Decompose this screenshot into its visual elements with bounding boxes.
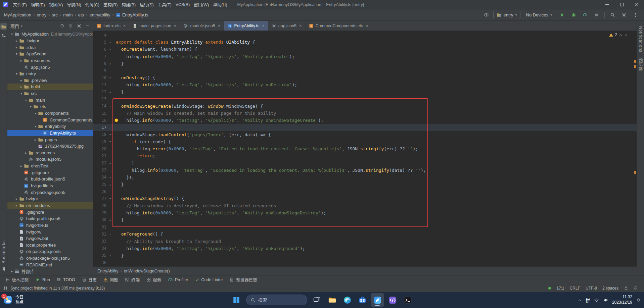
gutter-line-number[interactable]: 26: [93, 189, 107, 194]
chevron-down-icon[interactable]: ▾: [28, 105, 33, 108]
tab-close-icon[interactable]: ×: [262, 23, 265, 28]
code-line[interactable]: 12▴ }: [93, 89, 637, 96]
file-encoding-selector[interactable]: UTF-8: [586, 286, 597, 291]
fold-marker-icon[interactable]: ▴: [107, 183, 113, 186]
editor-tab[interactable]: {}main_pages.json×: [129, 21, 180, 31]
tree-item[interactable]: ▾components: [7, 110, 93, 117]
tool-window-button[interactable]: 问题: [100, 275, 122, 284]
gutter-line-number[interactable]: 11: [93, 83, 107, 87]
gutter-line-number[interactable]: 28: [93, 203, 107, 208]
taskbar-app-edge[interactable]: [340, 293, 354, 307]
next-warning-icon[interactable]: [624, 33, 628, 37]
tree-item[interactable]: hvigorw: [7, 228, 93, 235]
more-actions-button[interactable]: [631, 11, 640, 19]
chevron-down-icon[interactable]: ▾: [33, 111, 38, 115]
notifications-tool-button[interactable]: Notifications: [638, 26, 643, 52]
gutter-line-number[interactable]: 4: [93, 33, 107, 38]
prev-warning-icon[interactable]: [619, 33, 623, 37]
profiler-button[interactable]: [581, 11, 590, 19]
chevron-right-icon[interactable]: ▸: [19, 59, 24, 62]
gutter-line-number[interactable]: 13: [93, 97, 107, 101]
fold-marker-icon[interactable]: ▴: [107, 90, 113, 94]
taskbar-search-input[interactable]: [258, 298, 295, 303]
fold-marker-icon[interactable]: ▾: [107, 76, 113, 80]
code-line[interactable]: 14▾ onWindowStageCreate(windowStage: win…: [93, 103, 637, 110]
fold-marker-icon[interactable]: ▾: [107, 48, 113, 51]
stop-button[interactable]: [592, 11, 601, 19]
tree-item[interactable]: ▾MyApplicationE:\HarmonyOS\MyApplicatio: [7, 31, 93, 38]
code-line[interactable]: 8▴ }: [93, 60, 637, 67]
gutter-line-number[interactable]: 14: [93, 104, 107, 108]
code-line[interactable]: 10▾ onDestroy() {: [93, 74, 637, 81]
menu-item[interactable]: 文件(F): [11, 0, 29, 9]
breadcrumb-item[interactable]: main: [63, 12, 73, 17]
breadcrumb-item[interactable]: ets: [78, 12, 84, 17]
code-line[interactable]: 7 hilog.info(0x0000, 'testTag', '%{publi…: [93, 53, 637, 60]
previewer-tool-button[interactable]: 预览器: [638, 58, 643, 71]
tree-item[interactable]: oh-package-lock.json5: [7, 255, 93, 262]
tree-item[interactable]: ▸resources: [7, 150, 93, 156]
chevron-down-icon[interactable]: ▾: [9, 32, 14, 36]
chevron-right-icon[interactable]: ▸: [19, 164, 24, 168]
gutter-line-number[interactable]: 6: [93, 47, 107, 52]
gutter-line-number[interactable]: 20: [93, 147, 107, 151]
breadcrumb-item[interactable]: MyApplication: [4, 12, 31, 17]
tree-item[interactable]: Bhvigorw.bat: [7, 235, 93, 242]
editor[interactable]: 45▾export default class EntryAbility ext…: [93, 31, 637, 266]
code-line[interactable]: 22▴ }: [93, 159, 637, 166]
project-tool-button[interactable]: [0, 23, 7, 30]
code-line[interactable]: 32▾ onForeground() {: [93, 230, 637, 238]
gutter-line-number[interactable]: 27: [93, 196, 107, 201]
tree-item[interactable]: local.properties: [7, 242, 93, 249]
tool-window-button[interactable]: 终端: [122, 275, 143, 284]
editor-tab[interactable]: eIndex.ets×: [93, 21, 129, 31]
taskbar-app-file-explorer[interactable]: [325, 293, 339, 307]
ime-indicator[interactable]: 拼: [586, 297, 590, 303]
tree-item[interactable]: oh-package.json5: [7, 248, 93, 255]
fold-marker-icon[interactable]: ▴: [107, 254, 113, 257]
tree-item[interactable]: TSEntryAbility.ts: [7, 130, 93, 137]
chevron-down-icon[interactable]: ▾: [14, 72, 19, 75]
tree-item[interactable]: ▸resources: [7, 57, 93, 64]
code-line[interactable]: 25▴ }: [93, 181, 637, 188]
code-line[interactable]: 5▾export default class EntryAbility exte…: [93, 39, 637, 46]
indent-setting-selector[interactable]: 2 spaces: [602, 286, 618, 291]
readonly-lock-icon[interactable]: [624, 286, 628, 290]
code-line[interactable]: 21 return;: [93, 152, 637, 159]
code-line[interactable]: 35▴ }: [93, 252, 637, 259]
tree-item[interactable]: ▸.idea: [7, 44, 93, 51]
taskbar-app-dev-tool[interactable]: [386, 293, 399, 307]
chevron-down-icon[interactable]: ▾: [33, 124, 38, 128]
tree-item[interactable]: module.json5: [7, 156, 93, 163]
tree-item[interactable]: G.gitignore: [7, 169, 93, 176]
taskbar-app-deveco-studio[interactable]: [371, 293, 384, 307]
widgets-button[interactable]: 1 今日 热点: [3, 295, 24, 305]
tab-close-icon[interactable]: ×: [123, 23, 126, 28]
taskbar-search[interactable]: [246, 295, 307, 305]
gutter-line-number[interactable]: 30: [93, 217, 107, 222]
gutter-line-number[interactable]: 17: [93, 125, 107, 130]
fold-marker-icon[interactable]: ▴: [107, 161, 113, 165]
breadcrumb-item[interactable]: TSEntryAbility.ts: [116, 12, 148, 17]
chevron-right-icon[interactable]: ▸: [9, 269, 14, 273]
tree-item[interactable]: eCommonComponents.ets: [7, 116, 93, 123]
gutter-line-number[interactable]: 34: [93, 246, 107, 251]
tree-item[interactable]: app.json5: [7, 64, 93, 70]
fold-marker-icon[interactable]: ▾: [107, 140, 113, 143]
code-line[interactable]: 20 hilog.error(0x0000, 'testTag', 'Faile…: [93, 145, 637, 152]
tree-item[interactable]: TShvigorfile.ts: [7, 183, 93, 189]
taskbar-app-task-view[interactable]: [310, 293, 324, 307]
code-line[interactable]: 13: [93, 96, 637, 103]
fold-marker-icon[interactable]: ▴: [107, 175, 113, 179]
structure-tool-button[interactable]: [0, 32, 7, 39]
code-line[interactable]: 18▾ windowStage.loadContent('pages/Index…: [93, 131, 637, 138]
gutter-line-number[interactable]: 7: [93, 54, 107, 59]
taskbar-app-terminal[interactable]: [401, 293, 414, 307]
caret-position[interactable]: 17:1: [556, 286, 564, 291]
start-button[interactable]: [230, 293, 243, 307]
maximize-button[interactable]: [614, 0, 629, 9]
menu-item[interactable]: 导航(N): [65, 0, 83, 9]
breadcrumb-item[interactable]: entryability: [89, 12, 110, 17]
tree-item[interactable]: ▾src: [7, 90, 93, 97]
tree-item[interactable]: ▾entryability: [7, 123, 93, 130]
